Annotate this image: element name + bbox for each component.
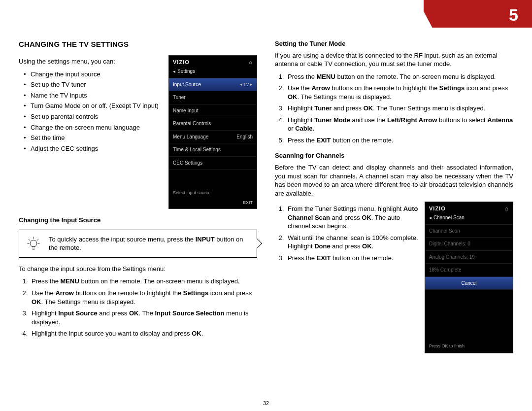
section-title: CHANGING THE TV SETTINGS xyxy=(19,39,257,49)
paragraph: If you are using a device that is connec… xyxy=(275,51,513,68)
crumb-label: Settings xyxy=(177,68,195,75)
menu-row: Tuner xyxy=(169,91,257,104)
step-item: Highlight the input source you want to d… xyxy=(30,329,257,338)
svg-point-0 xyxy=(30,240,37,247)
right-column: Setting the Tuner Mode If you are using … xyxy=(275,39,513,397)
menu-row: Channel Scan xyxy=(425,225,513,238)
list-item: Set up the TV tuner xyxy=(26,80,162,89)
step-item: Press the EXIT button on the remote. xyxy=(286,136,513,145)
subheading: Scanning for Channels xyxy=(275,151,513,160)
menu-row: CEC Settings xyxy=(169,157,257,170)
list-item: Adjust the CEC settings xyxy=(26,144,162,153)
lightbulb-icon xyxy=(25,234,42,253)
step-item: Highlight Tuner and press OK. The Tuner … xyxy=(286,104,513,113)
subheading: Setting the Tuner Mode xyxy=(275,39,513,48)
menu-row: Menu Language English xyxy=(169,131,257,144)
list-item: Set the time xyxy=(26,134,162,142)
subheading: Changing the Input Source xyxy=(19,216,257,225)
settings-menu-screenshot: VIZIO ⌂ ◂ Settings Input Source ◂ TV ▸ T… xyxy=(168,55,257,209)
chapter-tab: 5 xyxy=(424,0,532,28)
menu-row: Digital Channels: 0 xyxy=(425,238,513,251)
exit-label: EXIT xyxy=(243,200,253,206)
menu-row: Parental Controls xyxy=(169,117,257,131)
menu-row: Time & Local Settings xyxy=(169,143,257,157)
steps-list: Press the MENU button on the remote. The… xyxy=(19,277,257,338)
page-number: 32 xyxy=(263,400,269,407)
crumb-label: Channel Scan xyxy=(433,214,465,221)
brand-label: VIZIO xyxy=(173,59,190,66)
list-item: Name the TV inputs xyxy=(26,91,162,100)
list-item: Set up parental controls xyxy=(26,112,162,121)
svg-line-2 xyxy=(29,240,30,241)
page-content: CHANGING THE TV SETTINGS Using the setti… xyxy=(19,39,513,397)
step-item: Use the Arrow buttons on the remote to h… xyxy=(30,289,257,306)
tip-callout: To quickly access the input source menu,… xyxy=(19,230,257,258)
hint-text: Select input source xyxy=(173,190,211,196)
paragraph: To change the input source from the Sett… xyxy=(19,265,257,274)
list-item: Change the on-screen menu language xyxy=(26,123,162,132)
list-item: Change the input source xyxy=(26,70,162,79)
paragraph: Before the TV can detect and display cha… xyxy=(275,163,513,198)
back-icon: ◂ xyxy=(173,68,175,75)
intro-text: Using the settings menu, you can: xyxy=(19,57,162,66)
menu-row: 18% Complete xyxy=(425,264,513,277)
step-item: Press the MENU button on the remote. The… xyxy=(286,72,513,81)
chapter-number: 5 xyxy=(509,4,518,27)
home-icon: ⌂ xyxy=(249,59,253,66)
step-item: Press the MENU button on the remote. The… xyxy=(30,277,257,286)
step-item: Highlight Input Source and press OK. The… xyxy=(30,309,257,326)
step-item: Highlight Tuner Mode and use the Left/Ri… xyxy=(286,116,513,133)
brand-label: VIZIO xyxy=(429,205,446,212)
left-column: CHANGING THE TV SETTINGS Using the setti… xyxy=(19,39,257,397)
svg-line-3 xyxy=(37,240,38,241)
menu-row: Analog Channels: 19 xyxy=(425,251,513,264)
list-item: Turn Game Mode on or off. (Except TV inp… xyxy=(26,102,162,110)
back-icon: ◂ xyxy=(429,214,432,221)
menu-row: Name Input xyxy=(169,104,257,118)
menu-row-input-source: Input Source ◂ TV ▸ xyxy=(169,78,257,92)
capability-list: Change the input source Set up the TV tu… xyxy=(19,70,162,153)
channel-scan-screenshot: VIZIO ⌂ ◂ Channel Scan Channel Scan Digi… xyxy=(425,202,513,353)
tip-text: To quickly access the input source menu,… xyxy=(49,236,243,252)
home-icon: ⌂ xyxy=(505,205,509,212)
cancel-button: Cancel xyxy=(425,277,513,290)
hint-text: Press OK to finish xyxy=(429,343,465,349)
steps-list: Press the MENU button on the remote. The… xyxy=(275,72,513,145)
step-item: Use the Arrow buttons on the remote to h… xyxy=(286,84,513,101)
